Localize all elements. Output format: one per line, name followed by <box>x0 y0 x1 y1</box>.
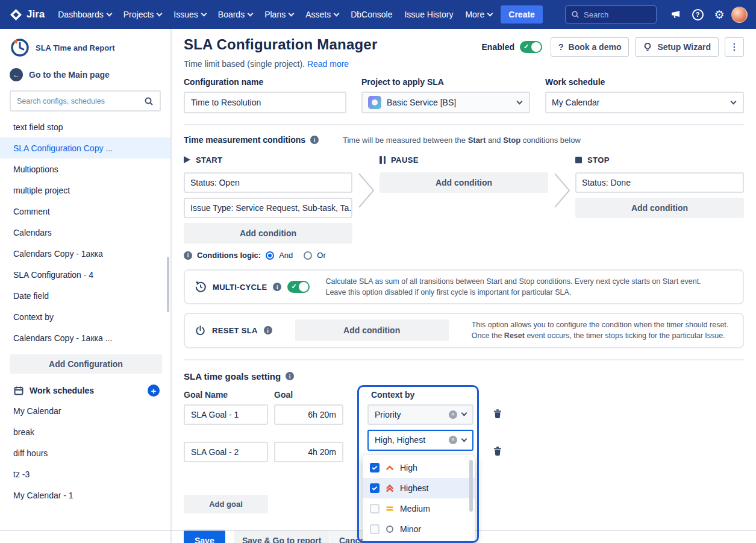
config-name-input[interactable] <box>191 98 339 107</box>
option-minor[interactable]: Minor <box>363 519 475 539</box>
logic-or-radio[interactable] <box>304 251 312 260</box>
info-icon[interactable]: i <box>264 326 272 334</box>
sidebar-item-config[interactable]: text field stop <box>0 116 170 137</box>
start-condition-issuetype[interactable]: Issue Type: Service Request, Sub-task, T… <box>184 198 352 218</box>
nav-item-boards[interactable]: Boards <box>212 0 258 29</box>
option-highest[interactable]: Highest <box>363 478 475 498</box>
sidebar-item-config[interactable]: Calendars <box>0 222 170 243</box>
work-schedule-select[interactable]: My Calendar <box>545 92 744 113</box>
config-name-fieldwrap <box>184 92 346 113</box>
nav-item-issue-history[interactable]: Issue History <box>398 0 459 29</box>
add-schedule-button[interactable]: + <box>148 384 160 397</box>
nav-item-plans[interactable]: Plans <box>258 0 299 29</box>
sidebar-item-schedule[interactable]: My Calendar <box>0 400 170 421</box>
project-select[interactable]: Basic Service [BS] <box>361 92 530 113</box>
user-avatar[interactable] <box>731 7 748 23</box>
condition-text: Status: Done <box>582 178 631 187</box>
info-icon[interactable]: i <box>184 251 192 260</box>
sidebar-item-config[interactable]: SLA Configuration - 4 <box>0 264 170 285</box>
start-header: START <box>184 153 352 166</box>
sidebar-item-config[interactable]: Calendars Copy - 1акка <box>0 243 170 264</box>
announcement-button[interactable] <box>666 5 686 24</box>
logic-or-label[interactable]: Or <box>317 251 325 260</box>
read-more-link[interactable]: Read more <box>307 59 349 69</box>
stop-condition-status[interactable]: Status: Done <box>575 172 744 193</box>
start-add-condition-button[interactable]: Add condition <box>184 223 352 243</box>
info-icon[interactable]: i <box>286 372 294 380</box>
option-high[interactable]: High <box>363 457 475 478</box>
configs-search-input[interactable] <box>17 97 139 105</box>
sidebar-item-config[interactable]: multiple project <box>0 180 170 201</box>
conditions-logic-row: i Conditions logic: And Or <box>184 251 744 260</box>
delete-goal-button-2[interactable] <box>492 445 503 458</box>
nav-item-more[interactable]: More <box>459 0 498 29</box>
sidebar-item-config[interactable]: Multioptions <box>0 159 170 180</box>
enabled-toggle[interactable] <box>520 41 542 53</box>
app-logo-icon <box>10 37 30 58</box>
nav-item-issues[interactable]: Issues <box>167 0 211 29</box>
stop-add-condition-button[interactable]: Add condition <box>575 198 744 218</box>
goal-value-fieldwrap <box>274 442 343 462</box>
goal-value-input-2[interactable] <box>281 447 336 457</box>
page-subtitle: Time limit based (single project). Read … <box>184 59 744 69</box>
add-goal-button[interactable]: Add goal <box>184 495 268 513</box>
context-type-select[interactable]: Priority × <box>367 404 473 425</box>
start-condition-status[interactable]: Status: Open <box>184 172 352 193</box>
sidebar-item-schedule[interactable]: diff hours <box>0 442 170 463</box>
settings-button[interactable]: ⚙ <box>710 5 729 24</box>
more-actions-button[interactable]: ⋮ <box>725 37 744 57</box>
goal-name-fieldwrap <box>184 404 268 425</box>
jira-logo[interactable]: Jira <box>8 8 52 21</box>
checkbox-checked-icon[interactable] <box>370 463 380 472</box>
sidebar-item-schedule[interactable]: tz -3 <box>0 463 170 485</box>
create-button[interactable]: Create <box>501 5 543 24</box>
logic-and-radio[interactable] <box>266 251 274 260</box>
sidebar-scrollbar[interactable] <box>167 257 169 312</box>
sidebar-item-schedule[interactable]: My Calendar - 1 <box>0 485 170 506</box>
header-controls: Enabled ? Book a demo Setup Wizard ⋮ <box>482 37 744 57</box>
info-icon[interactable]: i <box>310 136 319 144</box>
project-label: Project to apply SLA <box>361 77 530 87</box>
sidebar-item-config[interactable]: Calendars Copy - 1акка ... <box>0 327 170 348</box>
sidebar-item-config[interactable]: Comment <box>0 201 170 222</box>
sidebar-item-config[interactable]: Date field <box>0 285 170 306</box>
sidebar-item-config[interactable]: Context by <box>0 306 170 327</box>
stop-label: STOP <box>587 155 610 165</box>
checkbox-checked-icon[interactable] <box>370 483 380 493</box>
goal-name-input-1[interactable] <box>191 410 261 419</box>
checkbox-unchecked-icon[interactable] <box>370 524 380 534</box>
pause-add-condition-button[interactable]: Add condition <box>380 172 548 193</box>
multi-cycle-toggle[interactable] <box>287 281 310 293</box>
context-values-select[interactable]: High, Highest × <box>367 430 473 451</box>
option-label: Minor <box>400 524 421 534</box>
goal-name-input-2[interactable] <box>191 447 261 457</box>
configs-search[interactable] <box>10 90 161 111</box>
delete-goal-button-1[interactable] <box>492 408 503 421</box>
help-button[interactable]: ? <box>688 5 707 24</box>
book-demo-button[interactable]: ? Book a demo <box>551 37 629 57</box>
add-configuration-button[interactable]: Add Configuration <box>10 354 162 374</box>
global-search[interactable] <box>565 5 657 24</box>
save-and-go-to-report-button[interactable]: Save & Go to report <box>234 530 329 543</box>
clear-icon[interactable]: × <box>449 436 457 444</box>
goal-value-input-1[interactable] <box>281 410 336 419</box>
sidebar-item-config-selected[interactable]: SLA Configuration Copy ... <box>0 137 170 159</box>
checkbox-unchecked-icon[interactable] <box>370 504 380 513</box>
option-medium[interactable]: Medium <box>363 498 475 519</box>
global-search-input[interactable] <box>584 10 651 19</box>
nav-item-projects[interactable]: Projects <box>117 0 168 29</box>
logic-and-label[interactable]: And <box>279 251 293 260</box>
sidebar-item-schedule[interactable]: break <box>0 421 170 442</box>
save-button[interactable]: Save <box>184 530 225 543</box>
back-to-main-link[interactable]: ← Go to the Main page <box>0 63 170 87</box>
nav-item-dashboards[interactable]: Dashboards <box>52 0 117 29</box>
setup-wizard-button[interactable]: Setup Wizard <box>635 37 719 57</box>
nav-item-dbconsole[interactable]: DbConsole <box>345 0 398 29</box>
stop-column: STOP Status: Done Add condition <box>575 153 744 218</box>
nav-item-assets[interactable]: Assets <box>299 0 345 29</box>
info-icon[interactable]: i <box>273 283 281 291</box>
dropdown-scrollbar[interactable] <box>469 460 473 512</box>
book-demo-label: Book a demo <box>569 42 622 52</box>
reset-add-condition-button[interactable]: Add condition <box>295 319 449 341</box>
clear-icon[interactable]: × <box>449 410 457 419</box>
